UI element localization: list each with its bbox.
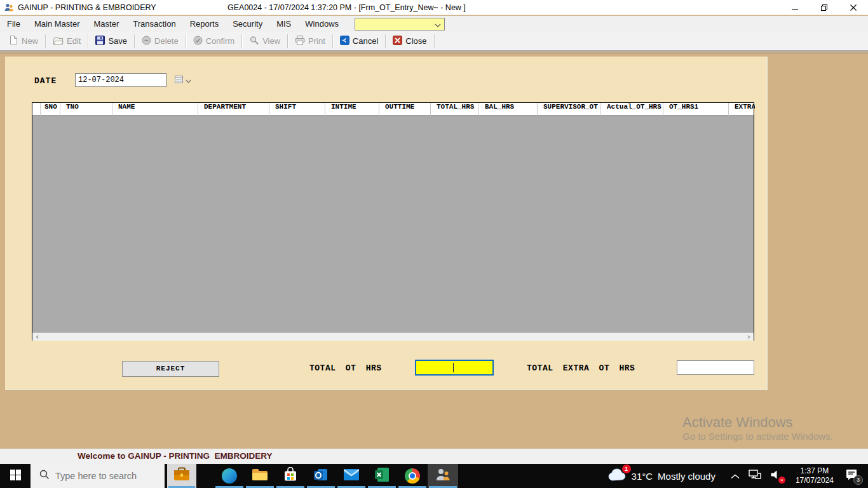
menu-transaction[interactable]: Transaction bbox=[126, 16, 182, 32]
edit-button[interactable]: Edit bbox=[48, 34, 86, 49]
activate-windows-watermark: Activate Windows Go to Settings to activ… bbox=[682, 414, 833, 442]
minimize-button[interactable] bbox=[780, 0, 810, 15]
restore-button[interactable] bbox=[810, 0, 839, 15]
close-label: Close bbox=[405, 36, 426, 46]
grid-column-department[interactable]: DEPARTMENT bbox=[198, 103, 269, 116]
taskbar-mail[interactable] bbox=[336, 464, 367, 488]
toolbar-separator bbox=[287, 34, 288, 48]
confirm-icon bbox=[193, 36, 203, 47]
chevron-down-icon bbox=[435, 18, 441, 30]
grid-column-bal-hrs[interactable]: BAL_HRS bbox=[479, 103, 538, 116]
status-message: Welcome to GAINUP - PRINTING EMBROIDERY bbox=[78, 451, 273, 461]
system-tray: 1 31°C Mostly cloudy × 1:37 PM 17/07/202… bbox=[607, 464, 868, 488]
titlebar: GAINUP - PRINTING & EMBROIDERY GEA0024 -… bbox=[0, 0, 868, 15]
watermark-line1: Activate Windows bbox=[682, 414, 833, 431]
menu-main-master[interactable]: Main Master bbox=[27, 16, 87, 32]
volume-muted-icon[interactable]: × bbox=[770, 469, 783, 483]
folder-icon bbox=[252, 468, 268, 484]
taskbar-apps bbox=[214, 464, 458, 488]
grid-row-selector-header bbox=[32, 103, 41, 116]
menu-reports[interactable]: Reports bbox=[183, 16, 226, 32]
cancel-button[interactable]: Cancel bbox=[335, 34, 383, 49]
toolbar-separator bbox=[385, 34, 386, 48]
print-icon bbox=[295, 36, 305, 47]
taskbar-edge[interactable] bbox=[214, 464, 245, 488]
scroll-right-icon[interactable]: › bbox=[747, 332, 750, 341]
store-bag-icon bbox=[283, 467, 298, 485]
app-logo-icon bbox=[4, 3, 14, 13]
grid-horizontal-scrollbar[interactable]: ‹ › bbox=[32, 332, 754, 341]
window-selector-combobox[interactable] bbox=[355, 18, 445, 30]
grid-body-empty[interactable] bbox=[32, 116, 754, 332]
network-icon[interactable] bbox=[749, 469, 761, 483]
grid-column-shift[interactable]: SHIFT bbox=[269, 103, 325, 116]
outlook-icon bbox=[313, 467, 329, 485]
save-button[interactable]: Save bbox=[90, 34, 132, 49]
delete-button[interactable]: Delete bbox=[137, 34, 184, 49]
print-button[interactable]: Print bbox=[290, 34, 330, 49]
scroll-left-icon[interactable]: ‹ bbox=[36, 332, 39, 341]
grid-column-intime[interactable]: INTIME bbox=[325, 103, 379, 116]
start-button[interactable] bbox=[0, 464, 31, 488]
total-extra-ot-hrs-input[interactable] bbox=[677, 360, 754, 375]
grid-column-extra[interactable]: EXTRA_ bbox=[729, 103, 755, 116]
close-button[interactable]: Close bbox=[388, 34, 431, 49]
toolbar-separator bbox=[434, 34, 435, 48]
edit-label: Edit bbox=[67, 36, 81, 46]
action-center-button[interactable]: 3 bbox=[840, 468, 868, 484]
taskbar-store[interactable] bbox=[275, 464, 306, 488]
tray-clock[interactable]: 1:37 PM 17/07/2024 bbox=[789, 466, 840, 485]
mdi-area: DATE SNO TNO NAME DEPARTMENT SHIFT INTIM… bbox=[0, 53, 868, 449]
date-dropdown-icon[interactable] bbox=[186, 74, 191, 86]
menu-security[interactable]: Security bbox=[226, 16, 269, 32]
weather-widget[interactable]: 1 31°C Mostly cloudy bbox=[607, 468, 724, 484]
taskbar-outlook[interactable] bbox=[306, 464, 336, 488]
taskbar-file-explorer[interactable] bbox=[245, 464, 275, 488]
taskbar-chrome[interactable] bbox=[397, 464, 428, 488]
text-caret bbox=[453, 363, 454, 372]
date-input[interactable] bbox=[76, 76, 175, 85]
delete-icon bbox=[142, 36, 151, 47]
taskbar-excel[interactable] bbox=[367, 464, 397, 488]
grid-column-name[interactable]: NAME bbox=[112, 103, 198, 116]
view-label: View bbox=[262, 36, 280, 46]
grid-column-actual-ot-hrs[interactable]: Actual_OT_HRS bbox=[601, 103, 663, 116]
taskbar-gainup-app-active[interactable] bbox=[428, 464, 458, 488]
grid-column-tno[interactable]: TNO bbox=[60, 103, 112, 116]
confirm-button[interactable]: Confirm bbox=[188, 34, 240, 49]
view-button[interactable]: View bbox=[244, 34, 285, 49]
menu-windows[interactable]: Windows bbox=[298, 16, 346, 32]
tray-time: 1:37 PM bbox=[796, 466, 834, 476]
new-button[interactable]: New bbox=[4, 33, 43, 49]
taskbar-briefcase-app[interactable] bbox=[167, 464, 196, 488]
search-input[interactable] bbox=[55, 471, 157, 481]
employee-ot-grid: SNO TNO NAME DEPARTMENT SHIFT INTIME OUT… bbox=[32, 102, 754, 341]
watermark-line2: Go to Settings to activate Windows. bbox=[682, 431, 833, 442]
grid-column-ot-hrs1[interactable]: OT_HRS1 bbox=[663, 103, 729, 116]
tray-date: 17/07/2024 bbox=[796, 476, 834, 485]
menu-master[interactable]: Master bbox=[86, 16, 126, 32]
menu-mis[interactable]: MIS bbox=[269, 16, 298, 32]
ot-entry-form: DATE SNO TNO NAME DEPARTMENT SHIFT INTIM… bbox=[5, 57, 768, 390]
total-ot-hrs-label: TOTAL OT HRS bbox=[309, 363, 382, 373]
save-label: Save bbox=[108, 36, 127, 46]
chrome-icon bbox=[405, 468, 420, 484]
close-window-button[interactable] bbox=[839, 0, 868, 15]
taskbar-search[interactable] bbox=[31, 464, 165, 488]
grid-column-sno[interactable]: SNO bbox=[41, 103, 60, 116]
reject-button[interactable]: REJECT bbox=[122, 361, 219, 377]
toolbar-separator bbox=[45, 34, 46, 48]
menu-file[interactable]: File bbox=[0, 16, 27, 32]
total-ot-hrs-input[interactable] bbox=[415, 360, 494, 376]
delete-label: Delete bbox=[154, 36, 179, 46]
edit-folder-icon bbox=[53, 36, 64, 47]
chevron-up-icon[interactable] bbox=[731, 470, 740, 482]
grid-column-supervisor-ot[interactable]: SUPERVISOR_OT bbox=[538, 103, 601, 116]
toolbar-separator bbox=[241, 34, 242, 48]
date-picker[interactable] bbox=[75, 73, 166, 87]
date-label: DATE bbox=[34, 76, 57, 86]
grid-column-outtime[interactable]: OUTTIME bbox=[379, 103, 431, 116]
menubar: File Main Master Master Transaction Repo… bbox=[0, 16, 868, 32]
close-icon bbox=[393, 36, 402, 47]
grid-column-total-hrs[interactable]: TOTAL_HRS bbox=[431, 103, 479, 116]
